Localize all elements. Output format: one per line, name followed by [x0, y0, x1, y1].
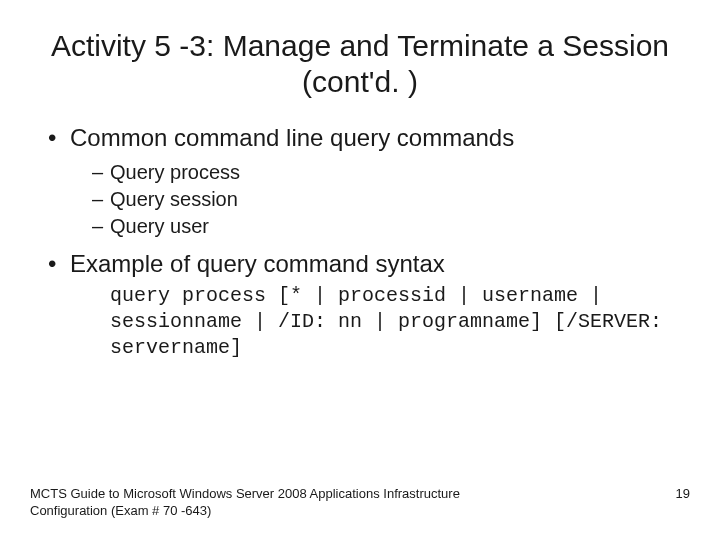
code-syntax: query process [* | processid | username … — [70, 283, 690, 361]
bullet-item: Example of query command syntax query pr… — [48, 248, 690, 361]
bullet-text: Common command line query commands — [70, 124, 514, 151]
sub-bullet-text: Query process — [110, 161, 240, 183]
slide: Activity 5 -3: Manage and Terminate a Se… — [0, 0, 720, 540]
bullet-list: Common command line query commands Query… — [30, 122, 690, 361]
sub-bullet-item: Query session — [92, 186, 690, 213]
bullet-text: Example of query command syntax — [70, 250, 445, 277]
bullet-item: Common command line query commands Query… — [48, 122, 690, 240]
slide-number: 19 — [676, 486, 690, 503]
sub-bullet-list: Query process Query session Query user — [70, 159, 690, 240]
footer-source: MCTS Guide to Microsoft Windows Server 2… — [30, 486, 510, 520]
sub-bullet-text: Query user — [110, 215, 209, 237]
footer: MCTS Guide to Microsoft Windows Server 2… — [30, 486, 690, 520]
sub-bullet-item: Query user — [92, 213, 690, 240]
sub-bullet-text: Query session — [110, 188, 238, 210]
slide-title: Activity 5 -3: Manage and Terminate a Se… — [40, 28, 680, 100]
sub-bullet-item: Query process — [92, 159, 690, 186]
